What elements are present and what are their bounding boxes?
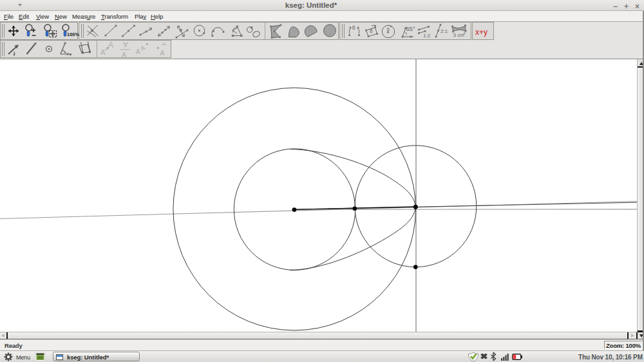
- svg-text:A: A: [123, 41, 128, 48]
- svg-text:8: 8: [352, 24, 355, 31]
- svg-text:A: A: [139, 44, 146, 52]
- svg-text:2:1: 2:1: [440, 28, 448, 34]
- svg-text:100%: 100%: [67, 32, 80, 37]
- svg-text:A: A: [100, 48, 106, 56]
- svg-text:1:2: 1:2: [423, 33, 431, 39]
- svg-text:A: A: [136, 48, 140, 55]
- svg-text:A: A: [160, 50, 165, 57]
- svg-text:5: 5: [387, 26, 390, 32]
- svg-text:8: 8: [370, 28, 373, 34]
- svg-text:A: A: [108, 41, 113, 50]
- svg-text:65°: 65°: [406, 25, 416, 32]
- svg-text:x+y: x+y: [475, 28, 488, 37]
- svg-text:A: A: [122, 51, 127, 58]
